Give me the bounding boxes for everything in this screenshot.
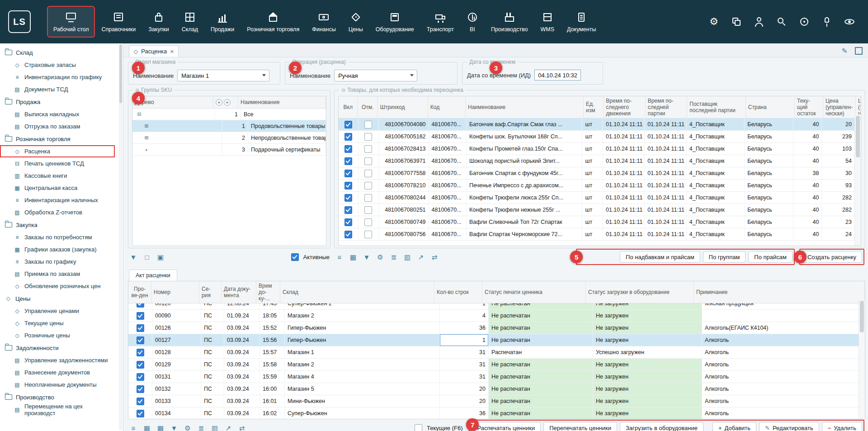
include-checkbox-cell[interactable] — [339, 204, 359, 216]
include-checkbox[interactable] — [344, 182, 352, 189]
products-col-header[interactable]: Код — [428, 96, 466, 118]
mark-checkbox[interactable] — [364, 145, 372, 153]
row-checkbox-cell[interactable] — [128, 371, 152, 383]
row-checkbox[interactable] — [137, 336, 144, 344]
mark-checkbox-cell[interactable] — [359, 155, 379, 167]
include-checkbox[interactable] — [344, 231, 352, 238]
gear-icon[interactable]: ⚙ — [376, 254, 385, 260]
acts-button-загрузить-в-оборудование[interactable]: Загрузить в оборудование — [620, 422, 703, 431]
menu-item-desktop[interactable]: Рабочий стол — [48, 7, 94, 37]
acts-button-удалить[interactable]: −Удалить — [822, 422, 862, 431]
sku-tree-row[interactable]: ⊞1Продовольственные товары — [132, 120, 326, 132]
products-col-header[interactable]: Страна — [746, 96, 795, 118]
table-row[interactable]: 481006700516248100670...Конфеты шок. Бут… — [339, 131, 861, 143]
table-row[interactable]: 00134ПС03.09.2416:02Супер-Фьюжен36Не рас… — [128, 407, 865, 419]
sidebar-item-4-0[interactable]: ◇Управление ценами — [0, 305, 115, 317]
products-col-header[interactable]: Время по-следнего движения — [604, 96, 645, 118]
acts-scrollbar[interactable] — [859, 299, 865, 419]
tab-rascenka[interactable]: ◇ Расценка × — [129, 45, 179, 57]
sku-col-name[interactable]: Наименование — [238, 96, 326, 108]
sidebar-group-1[interactable]: Продажа — [0, 95, 123, 108]
sidebar-group-4[interactable]: ◇Цены — [0, 292, 123, 305]
rows-icon[interactable]: ≡ — [335, 254, 344, 260]
menu-item-finance[interactable]: Финансы — [307, 7, 341, 37]
row-checkbox-cell[interactable] — [128, 303, 152, 309]
row-checkbox[interactable] — [137, 410, 144, 417]
tab-close-icon[interactable]: × — [170, 48, 174, 55]
table-row[interactable]: 00090ПС01.09.2418:05Магазин 24Не распеча… — [128, 310, 865, 322]
edit-icon[interactable]: ✎ — [842, 47, 848, 55]
menu-item-documents[interactable]: Документы — [561, 7, 601, 37]
row-checkbox[interactable] — [137, 398, 144, 405]
include-checkbox-cell[interactable] — [339, 216, 359, 228]
sidebar-group-3[interactable]: Закупка — [0, 218, 123, 231]
calendar-icon[interactable]: ▦ — [156, 425, 165, 431]
table-row[interactable]: 00127ПС03.09.2415:56Гипер-Фьюжен1Не расп… — [128, 334, 865, 346]
row-checkbox[interactable] — [137, 312, 144, 320]
table-row[interactable]: 00133ПС03.09.2416:01Мини-Фьюжен20Не расп… — [128, 395, 865, 407]
include-checkbox-cell[interactable] — [339, 155, 359, 167]
acts-button-добавить[interactable]: +Добавить — [712, 422, 756, 431]
active-checkbox[interactable] — [291, 253, 299, 261]
sidebar-item-6-0[interactable]: ▤Перемещение на цех производст — [0, 403, 115, 416]
gear-icon[interactable]: ⚙ — [183, 425, 192, 431]
products-col-header[interactable]: Штрихкод — [378, 96, 428, 118]
row-checkbox[interactable] — [137, 303, 144, 308]
include-checkbox[interactable] — [344, 157, 352, 165]
include-checkbox[interactable] — [344, 170, 352, 177]
include-checkbox-cell[interactable] — [339, 131, 359, 142]
sidebar-item-2-0[interactable]: ◇Расценка — [0, 145, 115, 157]
sidebar-item-5-2[interactable]: ▤Неоплаченные документы — [0, 379, 115, 391]
include-checkbox-cell[interactable] — [339, 143, 359, 155]
mark-checkbox[interactable] — [364, 157, 372, 165]
sidebar-group-0[interactable]: Склад — [0, 46, 123, 59]
mark-checkbox[interactable] — [364, 194, 372, 202]
mark-checkbox[interactable] — [364, 218, 372, 226]
sidebar-item-0-2[interactable]: ▤Документы ТСД — [0, 83, 115, 95]
row-checkbox[interactable] — [137, 373, 144, 381]
acts-col-header[interactable]: Про-ве-ден — [128, 281, 151, 303]
menu-item-wms[interactable]: WMS — [535, 7, 560, 37]
table-row[interactable]: 481006700408048100670...Батончик ваф.Спа… — [339, 118, 861, 131]
collapse-icon[interactable]: ⊟ — [136, 111, 142, 117]
mark-checkbox[interactable] — [364, 170, 372, 177]
filter-icon[interactable]: ▼ — [170, 425, 179, 431]
sidebar-item-2-4[interactable]: ≡Инвентаризация наличных — [0, 194, 115, 206]
acts-col-header[interactable]: Примечание — [694, 281, 865, 303]
user-icon[interactable] — [752, 15, 766, 28]
mark-checkbox-cell[interactable] — [359, 118, 379, 130]
sidebar-item-5-1[interactable]: ▤Разнесение документов — [0, 366, 115, 379]
menu-item-retail[interactable]: Розничная торговля — [241, 7, 305, 37]
sku-tree-row[interactable]: ⊞2Непродовольственные товары — [132, 132, 326, 144]
list2-icon[interactable]: ≣ — [389, 254, 398, 260]
menu-item-production[interactable]: Производство — [486, 7, 533, 37]
products-col-header[interactable]: Вкл — [339, 96, 358, 118]
row-checkbox-cell[interactable] — [128, 310, 152, 322]
row-checkbox-cell[interactable] — [128, 346, 152, 358]
acts-col-header[interactable]: Номер — [151, 281, 199, 303]
menu-item-sales[interactable]: Продажи — [205, 7, 240, 37]
acts-col-header[interactable]: Статус печати ценника — [482, 281, 586, 303]
include-checkbox-cell[interactable] — [339, 192, 359, 204]
sidebar-item-3-1[interactable]: ▦Графики заказов (закупка) — [0, 243, 115, 256]
leaf-icon[interactable]: ▪ — [143, 147, 150, 152]
feedback-icon[interactable] — [730, 15, 743, 28]
export-icon[interactable]: ↗ — [416, 254, 425, 260]
mark-checkbox[interactable] — [364, 133, 372, 141]
refresh-icon[interactable]: ⇄ — [237, 425, 246, 431]
sidebar-item-2-2[interactable]: ▥Кассовые книги — [0, 170, 115, 182]
table-row[interactable]: 00131ПС03.09.2415:59Магазин 431Не распеч… — [128, 371, 865, 383]
expand-icon[interactable]: ⊞ — [143, 123, 150, 129]
include-checkbox[interactable] — [344, 121, 352, 128]
acts-col-header[interactable]: Дата доку-мента — [222, 281, 256, 303]
sidebar-item-5-0[interactable]: ▤Управление задолженностями — [0, 354, 115, 366]
menu-item-warehouse[interactable]: Склад — [176, 7, 203, 37]
include-checkbox[interactable] — [344, 133, 352, 141]
table-row[interactable]: 481006708024448100670...Конфеты Трюфели … — [339, 192, 861, 204]
products-col-header[interactable]: Теку-щий остаток — [795, 96, 823, 118]
mark-checkbox[interactable] — [364, 182, 372, 189]
row-checkbox-cell[interactable] — [128, 334, 152, 346]
create-reprice-button[interactable]: Создать расценку — [802, 251, 862, 263]
collapse-icon[interactable]: ⊖ — [341, 87, 345, 93]
sidebar-item-3-4[interactable]: ◇Обновление розничных цен — [0, 280, 115, 292]
